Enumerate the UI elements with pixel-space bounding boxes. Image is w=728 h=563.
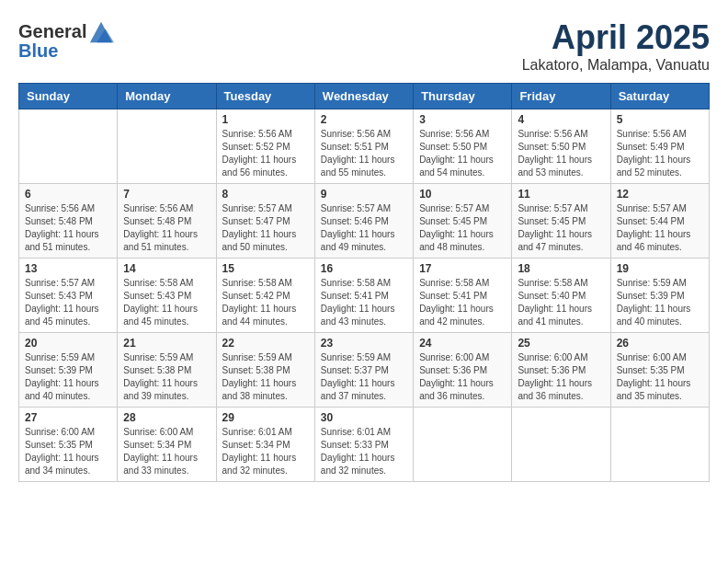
day-number: 30 (321, 411, 407, 424)
calendar-cell: 10Sunrise: 5:57 AMSunset: 5:45 PMDayligh… (414, 184, 512, 259)
calendar-week-row: 1Sunrise: 5:56 AMSunset: 5:52 PMDaylight… (19, 109, 710, 184)
day-info: Sunrise: 5:58 AMSunset: 5:41 PMDaylight:… (419, 277, 506, 328)
day-info: Sunrise: 6:00 AMSunset: 5:36 PMDaylight:… (419, 351, 506, 403)
logo-general-text: General (18, 21, 86, 42)
calendar-table: SundayMondayTuesdayWednesdayThursdayFrid… (18, 83, 710, 482)
day-info: Sunrise: 5:56 AMSunset: 5:50 PMDaylight:… (518, 128, 604, 179)
weekday-header-row: SundayMondayTuesdayWednesdayThursdayFrid… (19, 84, 710, 109)
day-number: 20 (25, 337, 111, 350)
calendar-cell: 23Sunrise: 5:59 AMSunset: 5:37 PMDayligh… (314, 333, 413, 408)
weekday-header: Wednesday (314, 84, 413, 109)
day-number: 18 (518, 262, 604, 275)
location-title: Lakatoro, Malampa, Vanuatu (522, 57, 710, 74)
day-number: 14 (123, 262, 210, 275)
day-info: Sunrise: 5:58 AMSunset: 5:43 PMDaylight:… (123, 277, 210, 328)
calendar-cell: 3Sunrise: 5:56 AMSunset: 5:50 PMDaylight… (414, 109, 512, 184)
day-info: Sunrise: 5:58 AMSunset: 5:41 PMDaylight:… (321, 277, 407, 328)
day-number: 11 (518, 188, 604, 201)
day-info: Sunrise: 5:59 AMSunset: 5:37 PMDaylight:… (321, 351, 407, 403)
calendar-cell: 18Sunrise: 5:58 AMSunset: 5:40 PMDayligh… (512, 259, 610, 333)
calendar-cell: 21Sunrise: 5:59 AMSunset: 5:38 PMDayligh… (118, 333, 216, 408)
day-info: Sunrise: 5:56 AMSunset: 5:51 PMDaylight:… (321, 128, 407, 179)
calendar-week-row: 20Sunrise: 5:59 AMSunset: 5:39 PMDayligh… (19, 333, 710, 408)
day-number: 17 (419, 262, 506, 275)
day-info: Sunrise: 5:59 AMSunset: 5:39 PMDaylight:… (25, 351, 111, 403)
day-info: Sunrise: 5:57 AMSunset: 5:46 PMDaylight:… (321, 202, 407, 254)
day-number: 12 (617, 188, 703, 201)
day-info: Sunrise: 5:59 AMSunset: 5:38 PMDaylight:… (222, 351, 309, 403)
calendar-week-row: 27Sunrise: 6:00 AMSunset: 5:35 PMDayligh… (19, 408, 710, 482)
weekday-header: Friday (512, 84, 610, 109)
day-number: 9 (321, 188, 407, 201)
day-number: 10 (419, 188, 506, 201)
day-number: 4 (518, 113, 604, 126)
weekday-header: Tuesday (216, 84, 314, 109)
day-info: Sunrise: 6:00 AMSunset: 5:34 PMDaylight:… (123, 426, 210, 477)
calendar-cell: 11Sunrise: 5:57 AMSunset: 5:45 PMDayligh… (512, 184, 610, 259)
calendar-cell: 5Sunrise: 5:56 AMSunset: 5:49 PMDaylight… (610, 109, 709, 184)
calendar-cell: 4Sunrise: 5:56 AMSunset: 5:50 PMDaylight… (512, 109, 610, 184)
title-block: April 2025 Lakatoro, Malampa, Vanuatu (522, 18, 710, 74)
day-number: 24 (419, 337, 506, 350)
logo: General Blue (18, 18, 114, 62)
calendar-cell (118, 109, 216, 184)
day-info: Sunrise: 5:57 AMSunset: 5:43 PMDaylight:… (25, 277, 111, 328)
day-number: 22 (222, 337, 309, 350)
weekday-header: Sunday (19, 84, 118, 109)
calendar-cell: 7Sunrise: 5:56 AMSunset: 5:48 PMDaylight… (118, 184, 216, 259)
calendar-cell: 19Sunrise: 5:59 AMSunset: 5:39 PMDayligh… (610, 259, 709, 333)
day-number: 25 (518, 337, 604, 350)
day-number: 15 (222, 262, 309, 275)
day-info: Sunrise: 5:59 AMSunset: 5:39 PMDaylight:… (617, 277, 703, 328)
day-number: 23 (321, 337, 407, 350)
calendar-cell: 8Sunrise: 5:57 AMSunset: 5:47 PMDaylight… (216, 184, 314, 259)
day-info: Sunrise: 5:56 AMSunset: 5:50 PMDaylight:… (419, 128, 506, 179)
logo-blue-text: Blue (18, 40, 58, 62)
day-info: Sunrise: 5:59 AMSunset: 5:38 PMDaylight:… (123, 351, 210, 403)
month-title: April 2025 (522, 18, 710, 57)
calendar-cell (414, 408, 512, 482)
calendar-cell: 29Sunrise: 6:01 AMSunset: 5:34 PMDayligh… (216, 408, 314, 482)
day-number: 3 (419, 113, 506, 126)
calendar-cell: 13Sunrise: 5:57 AMSunset: 5:43 PMDayligh… (19, 259, 118, 333)
day-number: 28 (123, 411, 210, 424)
day-info: Sunrise: 5:56 AMSunset: 5:48 PMDaylight:… (123, 202, 210, 254)
calendar-cell: 27Sunrise: 6:00 AMSunset: 5:35 PMDayligh… (19, 408, 118, 482)
calendar-cell: 16Sunrise: 5:58 AMSunset: 5:41 PMDayligh… (314, 259, 413, 333)
day-number: 7 (123, 188, 210, 201)
calendar-cell: 9Sunrise: 5:57 AMSunset: 5:46 PMDaylight… (314, 184, 413, 259)
day-number: 29 (222, 411, 309, 424)
day-info: Sunrise: 5:57 AMSunset: 5:44 PMDaylight:… (617, 202, 703, 254)
day-info: Sunrise: 6:01 AMSunset: 5:34 PMDaylight:… (222, 426, 309, 477)
calendar-week-row: 13Sunrise: 5:57 AMSunset: 5:43 PMDayligh… (19, 259, 710, 333)
calendar-cell: 24Sunrise: 6:00 AMSunset: 5:36 PMDayligh… (414, 333, 512, 408)
day-info: Sunrise: 5:56 AMSunset: 5:48 PMDaylight:… (25, 202, 111, 254)
day-info: Sunrise: 5:57 AMSunset: 5:47 PMDaylight:… (222, 202, 309, 254)
day-number: 1 (222, 113, 309, 126)
day-number: 26 (617, 337, 703, 350)
calendar-cell: 25Sunrise: 6:00 AMSunset: 5:36 PMDayligh… (512, 333, 610, 408)
calendar-cell: 30Sunrise: 6:01 AMSunset: 5:33 PMDayligh… (314, 408, 413, 482)
weekday-header: Monday (118, 84, 216, 109)
day-number: 2 (321, 113, 407, 126)
weekday-header: Saturday (610, 84, 709, 109)
calendar-week-row: 6Sunrise: 5:56 AMSunset: 5:48 PMDaylight… (19, 184, 710, 259)
calendar-cell: 12Sunrise: 5:57 AMSunset: 5:44 PMDayligh… (610, 184, 709, 259)
calendar-cell: 2Sunrise: 5:56 AMSunset: 5:51 PMDaylight… (314, 109, 413, 184)
day-info: Sunrise: 6:00 AMSunset: 5:36 PMDaylight:… (518, 351, 604, 403)
calendar-cell: 20Sunrise: 5:59 AMSunset: 5:39 PMDayligh… (19, 333, 118, 408)
calendar-cell: 28Sunrise: 6:00 AMSunset: 5:34 PMDayligh… (118, 408, 216, 482)
calendar-cell: 15Sunrise: 5:58 AMSunset: 5:42 PMDayligh… (216, 259, 314, 333)
calendar-cell (512, 408, 610, 482)
day-info: Sunrise: 5:56 AMSunset: 5:49 PMDaylight:… (617, 128, 703, 179)
calendar-cell (19, 109, 118, 184)
calendar-cell: 22Sunrise: 5:59 AMSunset: 5:38 PMDayligh… (216, 333, 314, 408)
calendar-cell: 6Sunrise: 5:56 AMSunset: 5:48 PMDaylight… (19, 184, 118, 259)
day-info: Sunrise: 6:01 AMSunset: 5:33 PMDaylight:… (321, 426, 407, 477)
calendar-cell: 1Sunrise: 5:56 AMSunset: 5:52 PMDaylight… (216, 109, 314, 184)
calendar-cell: 26Sunrise: 6:00 AMSunset: 5:35 PMDayligh… (610, 333, 709, 408)
weekday-header: Thursday (414, 84, 512, 109)
calendar-cell: 17Sunrise: 5:58 AMSunset: 5:41 PMDayligh… (414, 259, 512, 333)
day-number: 13 (25, 262, 111, 275)
day-number: 5 (617, 113, 703, 126)
